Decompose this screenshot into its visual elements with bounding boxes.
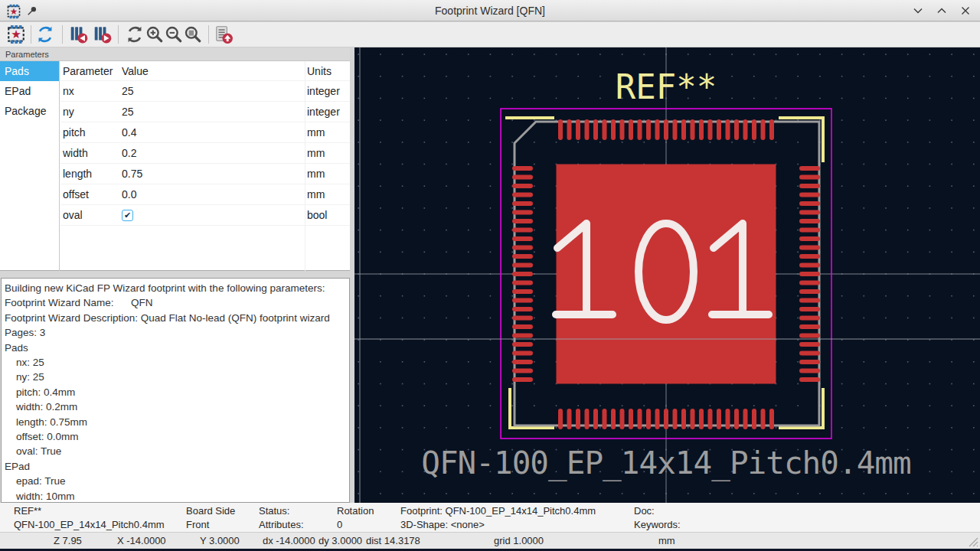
header-parameter: Parameter — [63, 61, 113, 81]
log-line: pitch: 0.4mm — [5, 385, 349, 399]
next-page-button[interactable] — [93, 24, 113, 44]
status-label: Status: — [259, 505, 289, 517]
param-value[interactable]: 0.0 — [122, 184, 136, 205]
keywords-label: Keywords: — [634, 519, 681, 530]
log-line: Pads — [5, 341, 349, 355]
parameters-panel: PadsEPadPackage Parameter Value Units nx… — [0, 61, 350, 271]
param-units: mm — [307, 122, 325, 143]
footprint-canvas[interactable]: REF**QFN-100_EP_14x14_Pitch0.4mm — [354, 47, 980, 503]
header-units: Units — [307, 61, 332, 81]
rotation-label: Rotation — [337, 505, 374, 517]
log-line: Footprint Wizard Name: QFN — [5, 295, 349, 310]
log-line: Footprint Wizard Description: Quad Flat … — [5, 311, 349, 325]
log-line: ny: 25 — [5, 370, 349, 384]
rotation-value: 0 — [337, 519, 342, 530]
param-row-ny: ny25integer — [60, 102, 350, 122]
grid-readout: grid 1.0000 — [494, 533, 544, 549]
export-footprint-button[interactable] — [214, 24, 234, 44]
toolbar-separator — [62, 25, 63, 44]
param-value[interactable]: 0.2 — [122, 143, 136, 164]
log-line: Building new KiCad FP Wizard footprint w… — [5, 281, 349, 295]
param-value[interactable]: 0.4 — [122, 122, 136, 143]
param-checkbox-oval[interactable]: ✔ — [122, 210, 133, 221]
toolbar-separator — [208, 25, 209, 44]
value-text: QFN-100_EP_14x14_Pitch0.4mm — [421, 445, 910, 481]
parameters-table: Parameter Value Units nx25integerny25int… — [60, 61, 350, 271]
status-footprint: Footprint: QFN-100_EP_14x14_Pitch0.4mm — [400, 505, 596, 517]
doc-label: Doc: — [634, 505, 655, 517]
param-value[interactable]: 0.75 — [122, 164, 142, 184]
cursor-dy: dy 3.0000 — [318, 533, 362, 549]
select-footprint-wizard-button[interactable]: ★ — [6, 24, 26, 44]
attributes-label: Attributes: — [259, 519, 304, 530]
board-side-label: Board Side — [186, 505, 235, 517]
resize-grip[interactable] — [967, 536, 978, 547]
param-units: mm — [307, 143, 325, 164]
log-line: width: 10mm — [5, 489, 349, 503]
param-name: offset — [63, 184, 89, 205]
param-name: ny — [63, 102, 74, 122]
param-name: width — [63, 143, 88, 164]
svg-text:★: ★ — [11, 28, 21, 41]
maximize-button[interactable] — [936, 5, 947, 16]
status-value: QFN-100_EP_14x14_Pitch0.4mm — [14, 519, 165, 530]
column-grid-line — [305, 61, 305, 271]
previous-page-button[interactable] — [69, 24, 89, 44]
wizard-page-pads[interactable]: Pads — [0, 61, 59, 81]
param-name: oval — [63, 205, 83, 226]
window-title: Footprint Wizard [QFN] — [0, 0, 980, 21]
param-units: bool — [307, 205, 327, 226]
zoom-readout: Z 7.95 — [54, 533, 82, 549]
close-button[interactable] — [960, 5, 971, 16]
log-line: epad: True — [5, 474, 349, 488]
reference-text: REF** — [616, 67, 717, 106]
param-units: mm — [307, 164, 325, 184]
units-readout: mm — [658, 533, 675, 549]
param-name: nx — [63, 81, 74, 102]
board-side-value: Front — [186, 519, 209, 530]
parameters-caption: Parameters — [0, 48, 350, 61]
shape3d-value: 3D-Shape: <none> — [400, 519, 485, 530]
param-units: mm — [307, 184, 325, 205]
param-row-width: width0.2mm — [60, 143, 350, 164]
log-line: nx: 25 — [5, 355, 349, 370]
param-units: integer — [307, 102, 340, 122]
zoom-in-button[interactable] — [145, 24, 165, 44]
param-row-oval: oval✔bool — [60, 205, 350, 226]
param-row-pitch: pitch0.4mm — [60, 122, 350, 143]
param-units: integer — [307, 81, 340, 102]
param-row-offset: offset0.0mm — [60, 184, 350, 205]
param-value[interactable]: 25 — [122, 81, 134, 102]
header-value: Value — [122, 61, 149, 81]
wizard-page-list: PadsEPadPackage — [0, 61, 60, 271]
param-name: pitch — [63, 122, 86, 143]
minimize-button[interactable] — [913, 5, 923, 16]
toolbar-separator — [118, 25, 119, 44]
log-line: length: 0.75mm — [5, 415, 349, 429]
log-line: EPad — [5, 459, 349, 474]
main-toolbar: ★ — [0, 22, 980, 47]
footprint-status-panel: REF** Board Side Status: Rotation Footpr… — [0, 503, 980, 532]
param-row-nx: nx25integer — [60, 81, 350, 102]
cursor-dx: dx -14.0000 — [263, 533, 315, 549]
param-value[interactable]: 25 — [122, 102, 134, 122]
cursor-x: X -14.0000 — [117, 533, 166, 549]
wizard-page-epad[interactable]: EPad — [0, 81, 59, 101]
zoom-out-button[interactable] — [164, 24, 184, 44]
log-line: width: 0.2mm — [5, 399, 349, 414]
refresh-view-button[interactable] — [125, 24, 145, 44]
param-name: length — [63, 164, 92, 184]
cursor-y: Y 3.0000 — [200, 533, 240, 549]
title-bar[interactable]: ★ Footprint Wizard [QFN] — [0, 0, 980, 21]
parameters-table-header: Parameter Value Units — [60, 61, 350, 81]
cursor-dist: dist 14.3178 — [366, 533, 420, 549]
update-footprint-button[interactable] — [35, 24, 55, 44]
param-row-length: length0.75mm — [60, 164, 350, 184]
wizard-log-panel: Building new KiCad FP Wizard footprint w… — [1, 278, 350, 503]
log-line: oval: True — [5, 444, 349, 458]
toolbar-separator — [31, 25, 31, 44]
zoom-to-fit-button[interactable] — [183, 24, 203, 44]
footprint-wizard-window: ★ Footprint Wizard [QFN] ★ — [0, 0, 980, 551]
log-line: offset: 0.0mm — [5, 429, 349, 444]
wizard-page-package[interactable]: Package — [0, 101, 59, 121]
